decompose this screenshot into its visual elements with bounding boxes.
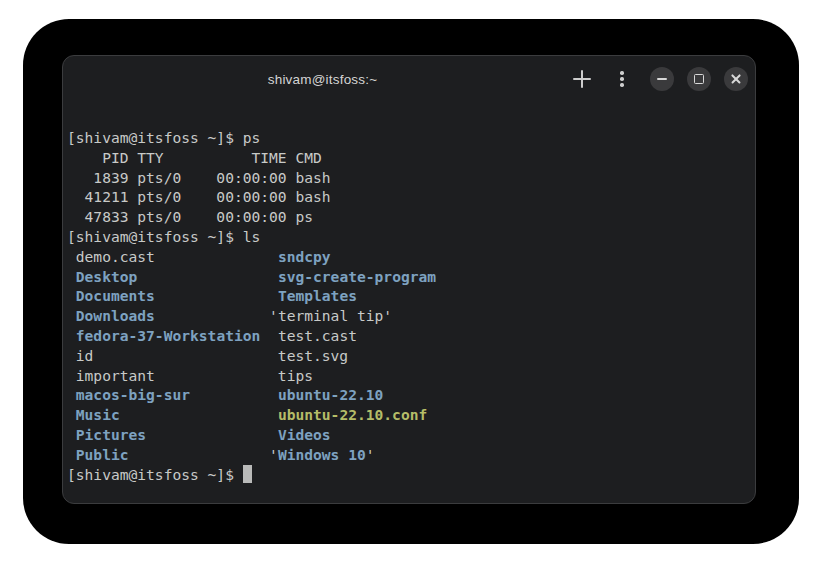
titlebar[interactable]: shivam@itsfoss:~ — [63, 56, 755, 102]
terminal-text-segment — [67, 268, 76, 285]
terminal-text-segment: sndcpy — [278, 248, 331, 265]
terminal-text-segment — [120, 406, 278, 423]
terminal-text-segment: ' — [129, 446, 278, 463]
terminal-text-segment — [67, 426, 76, 443]
terminal-line: important tips — [67, 366, 749, 386]
terminal-line: [shivam@itsfoss ~]$ — [67, 465, 749, 485]
maximize-icon — [694, 74, 704, 84]
terminal-line: Desktop svg-create-program — [67, 267, 749, 287]
terminal-text-segment — [67, 327, 76, 344]
terminal-text-segment: macos-big-sur — [76, 386, 190, 403]
terminal-text-segment: demo.cast — [67, 248, 278, 265]
terminal-text-segment: Pictures — [76, 426, 146, 443]
close-icon — [730, 73, 742, 85]
terminal-text-segment: [shivam@itsfoss ~]$ ps — [67, 129, 260, 146]
menu-button[interactable] — [608, 65, 636, 93]
terminal-line: macos-big-sur ubuntu-22.10 — [67, 385, 749, 405]
terminal-line: Music ubuntu-22.10.conf — [67, 405, 749, 425]
terminal-text-segment: ' — [366, 446, 375, 463]
terminal-text-segment — [67, 287, 76, 304]
window-title: shivam@itsfoss:~ — [268, 72, 378, 87]
terminal-text-segment: Desktop — [76, 268, 138, 285]
terminal-text-segment: Templates — [278, 287, 357, 304]
terminal-text-segment: Videos — [278, 426, 331, 443]
terminal-window: shivam@itsfoss:~ [shivam@itsfoss ~]$ ps … — [62, 55, 756, 504]
terminal-line: Downloads 'terminal tip' — [67, 306, 749, 326]
terminal-line: id test.svg — [67, 346, 749, 366]
terminal-line: Public 'Windows 10' — [67, 445, 749, 465]
terminal-text-segment — [155, 287, 278, 304]
terminal-text-segment: 47833 pts/0 00:00:00 ps — [67, 208, 313, 225]
terminal-text-segment — [67, 307, 76, 324]
new-tab-button[interactable] — [568, 65, 596, 93]
terminal-text-segment — [67, 386, 76, 403]
terminal-text-segment: PID TTY TIME CMD — [67, 149, 322, 166]
desktop-background: shivam@itsfoss:~ [shivam@itsfoss ~]$ ps … — [0, 0, 822, 572]
terminal-text-segment: svg-create-program — [278, 268, 436, 285]
terminal-text-segment — [67, 446, 76, 463]
terminal-text-segment: id test.svg — [67, 347, 348, 364]
terminal-text-segment — [137, 268, 278, 285]
terminal-line: 1839 pts/0 00:00:00 bash — [67, 168, 749, 188]
terminal-line: 47833 pts/0 00:00:00 ps — [67, 207, 749, 227]
terminal-line: Documents Templates — [67, 286, 749, 306]
terminal-text-segment: ubuntu-22.10.conf — [278, 406, 427, 423]
kebab-menu-icon — [620, 71, 623, 86]
terminal-line: [shivam@itsfoss ~]$ ls — [67, 227, 749, 247]
terminal-text-segment: Public — [76, 446, 129, 463]
terminal-text-segment: test.cast — [260, 327, 357, 344]
terminal-text-segment — [190, 386, 278, 403]
terminal-text-segment: fedora-37-Workstation — [76, 327, 261, 344]
maximize-button[interactable] — [687, 67, 711, 91]
terminal-line: demo.cast sndcpy — [67, 247, 749, 267]
terminal-text-segment — [146, 426, 278, 443]
terminal-line: fedora-37-Workstation test.cast — [67, 326, 749, 346]
terminal-text-segment: ubuntu-22.10 — [278, 386, 383, 403]
terminal-text-segment: [shivam@itsfoss ~]$ — [67, 466, 243, 483]
plus-icon — [573, 70, 591, 88]
terminal-line: PID TTY TIME CMD — [67, 148, 749, 168]
terminal-text-segment: 1839 pts/0 00:00:00 bash — [67, 169, 331, 186]
terminal-text-segment: Downloads — [76, 307, 155, 324]
minimize-button[interactable] — [650, 67, 674, 91]
terminal-text-segment — [67, 406, 76, 423]
terminal-line: Pictures Videos — [67, 425, 749, 445]
terminal-text-segment: important tips — [67, 367, 313, 384]
terminal-text-segment: Documents — [76, 287, 155, 304]
terminal-text-segment: 'terminal tip' — [155, 307, 392, 324]
minimize-icon — [657, 78, 667, 80]
terminal-line: 41211 pts/0 00:00:00 bash — [67, 187, 749, 207]
close-button[interactable] — [724, 67, 748, 91]
terminal-text-segment: Windows 10 — [278, 446, 366, 463]
terminal-cursor — [243, 465, 252, 483]
terminal-output[interactable]: [shivam@itsfoss ~]$ ps PID TTY TIME CMD … — [63, 102, 755, 490]
terminal-line: [shivam@itsfoss ~]$ ps — [67, 128, 749, 148]
terminal-text-segment: 41211 pts/0 00:00:00 bash — [67, 188, 331, 205]
terminal-text-segment: Music — [76, 406, 120, 423]
terminal-text-segment: [shivam@itsfoss ~]$ ls — [67, 228, 260, 245]
